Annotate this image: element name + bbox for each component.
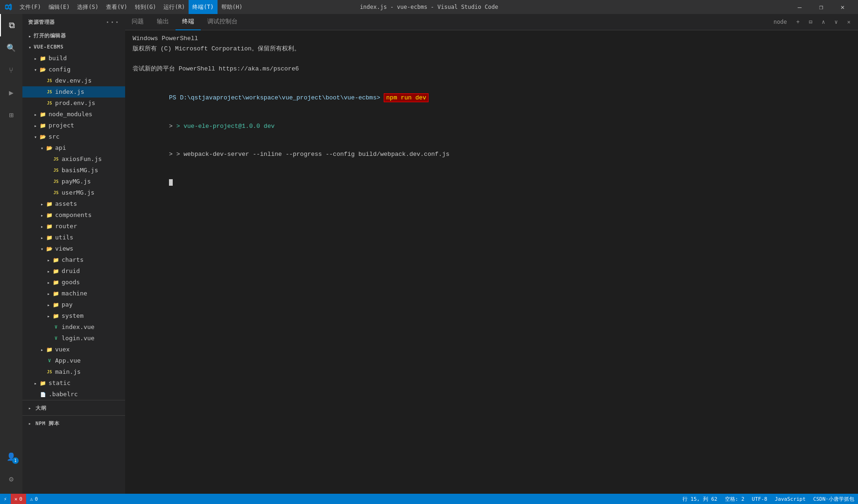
menu-terminal[interactable]: 终端(T) xyxy=(189,0,218,14)
sidebar-item-api[interactable]: 📂 api xyxy=(22,142,125,154)
vuex-arrow xyxy=(38,346,46,353)
terminal-split-button[interactable]: ⊟ xyxy=(805,18,816,26)
sidebar-item-druid[interactable]: 📁 druid xyxy=(22,266,125,277)
outline-header[interactable]: 大纲 xyxy=(22,402,125,413)
spaces-text: 空格: 2 xyxy=(725,496,745,503)
npm-scripts-header[interactable]: NPM 脚本 xyxy=(22,418,125,429)
sidebar-item-axiosfun[interactable]: JS axiosFun.js xyxy=(22,154,125,165)
status-encoding[interactable]: UTF-8 xyxy=(748,494,771,504)
menu-goto[interactable]: 转到(G) xyxy=(131,0,160,14)
menu-select[interactable]: 选择(S) xyxy=(73,0,102,14)
terminal-content[interactable]: Windows PowerShell 版权所有 (C) Microsoft Co… xyxy=(125,30,858,494)
terminal-up-button[interactable]: ∧ xyxy=(818,18,829,26)
sidebar-item-babelrc[interactable]: 📄 .babelrc xyxy=(22,389,125,400)
dev-env-label: dev.env.js xyxy=(55,76,125,86)
status-branch[interactable]: ⚡ xyxy=(0,494,11,504)
menu-file[interactable]: 文件(F) xyxy=(16,0,45,14)
sidebar-item-login-vue[interactable]: V login.vue xyxy=(22,333,125,344)
system-arrow xyxy=(45,312,52,320)
sidebar-item-static[interactable]: 📁 static xyxy=(22,378,125,389)
menu-edit[interactable]: 编辑(E) xyxy=(45,0,74,14)
minimize-button[interactable]: — xyxy=(789,0,810,14)
sidebar-more-button[interactable]: ··· xyxy=(105,18,120,27)
debug-activity-icon[interactable]: ▶ xyxy=(0,81,22,104)
components-label: components xyxy=(55,210,125,220)
project-arrow xyxy=(32,122,39,129)
axiosfun-label: axiosFun.js xyxy=(62,154,125,164)
sidebar-item-basismg[interactable]: JS basisMG.js xyxy=(22,165,125,176)
node-modules-icon: 📁 xyxy=(39,111,47,118)
sidebar-item-dev-env[interactable]: JS dev.env.js xyxy=(22,75,125,86)
sidebar-item-views[interactable]: 📂 views xyxy=(22,243,125,254)
terminal-close-button[interactable]: ✕ xyxy=(844,18,854,26)
tab-problems[interactable]: 问题 xyxy=(125,14,150,30)
status-spaces[interactable]: 空格: 2 xyxy=(721,494,748,504)
source-control-activity-icon[interactable]: ⑂ xyxy=(0,59,22,81)
sidebar-item-index-vue[interactable]: V index.vue xyxy=(22,322,125,333)
status-errors[interactable]: ✕ 0 xyxy=(11,494,26,504)
tab-output[interactable]: 输出 xyxy=(150,14,176,30)
sidebar-item-system[interactable]: 📁 system xyxy=(22,310,125,322)
sidebar-item-goods[interactable]: 📁 goods xyxy=(22,277,125,288)
status-line-col[interactable]: 行 15, 列 62 xyxy=(679,494,721,504)
title-bar: 文件(F) 编辑(E) 选择(S) 查看(V) 转到(G) 运行(R) 终端(T… xyxy=(0,0,858,14)
menu-help[interactable]: 帮助(H) xyxy=(218,0,246,14)
sidebar-item-prod-env[interactable]: JS prod.env.js xyxy=(22,98,125,109)
settings-activity-icon[interactable]: ⚙ xyxy=(0,468,22,490)
tab-debug-console[interactable]: 调试控制台 xyxy=(201,14,244,30)
menu-view[interactable]: 查看(V) xyxy=(102,0,131,14)
status-warnings[interactable]: ⚠ 0 xyxy=(26,494,42,504)
main-area: ⧉ 🔍 ⑂ ▶ ⊞ 👤 1 ⚙ 资源管理器 ··· xyxy=(0,14,858,494)
terminal-node-label: node xyxy=(770,18,791,26)
status-user[interactable]: CSDN·小唐学抓包 xyxy=(809,494,858,504)
project-root-folder[interactable]: VUE-ECBMS xyxy=(22,42,125,53)
sidebar-item-index-js[interactable]: JS index.js xyxy=(22,86,125,98)
menu-run[interactable]: 运行(R) xyxy=(160,0,189,14)
add-icon: + xyxy=(796,19,800,25)
utils-arrow xyxy=(38,234,46,241)
machine-arrow xyxy=(45,290,52,297)
sidebar-item-config[interactable]: 📂 config xyxy=(22,64,125,75)
terminal-down-button[interactable]: ∨ xyxy=(831,18,842,26)
terminal-panel: 问题 输出 终端 调试控制台 node + xyxy=(125,14,858,494)
open-editors-section[interactable]: 打开的编辑器 xyxy=(22,30,125,42)
sidebar-item-src[interactable]: 📂 src xyxy=(22,131,125,142)
basismg-icon: JS xyxy=(52,167,60,174)
sidebar-item-pay[interactable]: 📁 pay xyxy=(22,299,125,310)
app-vue-label: App.vue xyxy=(55,356,125,366)
config-label: config xyxy=(49,64,125,75)
terminal-add-button[interactable]: + xyxy=(793,18,803,26)
error-count: 0 xyxy=(19,496,22,502)
index-js-icon: JS xyxy=(46,88,53,96)
sidebar-item-build[interactable]: 📁 build xyxy=(22,53,125,64)
sidebar-item-app-vue[interactable]: V App.vue xyxy=(22,355,125,366)
index-vue-label: index.vue xyxy=(62,322,125,332)
sidebar-item-node-modules[interactable]: 📁 node_modules xyxy=(22,109,125,120)
sidebar-item-vuex[interactable]: 📁 vuex xyxy=(22,344,125,355)
sidebar-item-components[interactable]: 📁 components xyxy=(22,210,125,221)
files-activity-icon[interactable]: ⧉ xyxy=(0,14,22,36)
sidebar-item-assets[interactable]: 📁 assets xyxy=(22,198,125,210)
static-folder-icon: 📁 xyxy=(39,379,47,387)
sidebar-item-usermg[interactable]: JS userMG.js xyxy=(22,187,125,198)
sidebar-item-charts[interactable]: 📁 charts xyxy=(22,254,125,266)
pay-arrow xyxy=(45,301,52,308)
druid-folder-icon: 📁 xyxy=(52,267,60,275)
sidebar-item-router[interactable]: 📁 router xyxy=(22,221,125,232)
sidebar-item-main-js[interactable]: JS main.js xyxy=(22,366,125,378)
status-language[interactable]: JavaScript xyxy=(771,494,809,504)
sidebar: 资源管理器 ··· 打开的编辑器 VUE-ECBMS 📁 build xyxy=(22,14,125,494)
close-button[interactable]: ✕ xyxy=(832,0,853,14)
tab-terminal[interactable]: 终端 xyxy=(176,14,201,30)
node-modules-label: node_modules xyxy=(49,109,125,119)
up-icon: ∧ xyxy=(822,19,825,25)
sidebar-item-project[interactable]: 📁 project xyxy=(22,120,125,131)
maximize-button[interactable]: ❐ xyxy=(810,0,832,14)
extensions-activity-icon[interactable]: ⊞ xyxy=(0,104,22,126)
warning-icon: ⚠ xyxy=(30,496,33,502)
search-activity-icon[interactable]: 🔍 xyxy=(0,36,22,59)
account-activity-icon[interactable]: 👤 1 xyxy=(0,445,22,468)
sidebar-item-machine[interactable]: 📁 machine xyxy=(22,288,125,299)
sidebar-item-paymg[interactable]: JS payMG.js xyxy=(22,176,125,187)
sidebar-item-utils[interactable]: 📁 utils xyxy=(22,232,125,243)
